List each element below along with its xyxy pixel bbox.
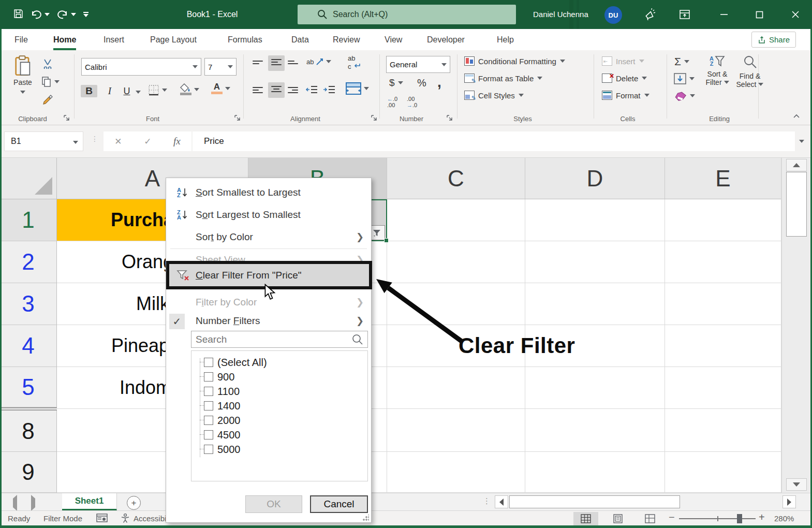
checkbox[interactable] <box>204 372 213 382</box>
menu-item-sort-largest[interactable]: ZA Sort Largest to Smallest <box>166 204 371 225</box>
align-top-button[interactable] <box>253 58 263 68</box>
percent-style-button[interactable]: % <box>417 77 426 89</box>
filter-value-2000[interactable]: 2000 <box>191 413 367 428</box>
view-page-break-button[interactable] <box>638 512 662 525</box>
checkbox[interactable] <box>204 358 213 367</box>
row-header-8[interactable]: 8 <box>0 410 57 452</box>
filter-value-1400[interactable]: 1400 <box>191 399 367 413</box>
view-page-layout-button[interactable] <box>606 512 630 525</box>
number-dialog-launcher-icon[interactable] <box>446 114 453 121</box>
ribbon-display-options-icon[interactable] <box>673 0 697 29</box>
increase-indent-button[interactable] <box>323 84 335 95</box>
format-as-table-button[interactable]: ✎ Format as Table <box>464 74 542 83</box>
minimize-button[interactable] <box>712 0 736 29</box>
merge-center-button[interactable] <box>346 82 369 95</box>
row-header-1[interactable]: 1 <box>0 199 57 241</box>
find-select-button[interactable]: Find & Select <box>735 54 765 89</box>
maximize-button[interactable] <box>747 0 771 29</box>
undo-button[interactable] <box>31 9 50 20</box>
tab-view[interactable]: View <box>385 29 402 50</box>
font-name-combobox[interactable]: Calibri <box>81 58 201 76</box>
format-painter-icon[interactable] <box>42 95 54 108</box>
checkbox[interactable] <box>204 401 213 410</box>
tab-page-layout[interactable]: Page Layout <box>150 29 197 50</box>
cell-styles-button[interactable]: ✎ Cell Styles <box>464 91 524 100</box>
confirm-entry-icon[interactable]: ✓ <box>144 136 151 147</box>
comma-style-button[interactable]: , <box>437 74 441 91</box>
tab-insert[interactable]: Insert <box>104 29 124 50</box>
increase-decimal-button[interactable]: ←.0.00 <box>387 96 397 108</box>
clear-button[interactable] <box>674 91 695 101</box>
redo-button[interactable] <box>57 9 76 20</box>
decrease-decimal-button[interactable]: .00→.0 <box>407 96 417 108</box>
vertical-scrollbar[interactable] <box>781 158 812 493</box>
align-center-button[interactable] <box>268 82 285 98</box>
formula-bar-splitter[interactable]: ⋮ <box>91 135 99 143</box>
tab-help[interactable]: Help <box>497 29 514 50</box>
formula-input[interactable]: Price <box>193 131 795 151</box>
decrease-indent-button[interactable] <box>305 84 318 95</box>
align-left-button[interactable] <box>253 85 263 97</box>
checkbox[interactable] <box>204 416 213 425</box>
font-dialog-launcher-icon[interactable] <box>234 114 241 121</box>
orientation-button[interactable]: ab <box>306 57 331 66</box>
align-bottom-button[interactable] <box>288 58 298 68</box>
expand-formula-bar-icon[interactable] <box>799 140 804 143</box>
tab-scroll-splitter[interactable]: ⋮ <box>483 496 491 506</box>
sort-filter-button[interactable]: AZ Sort & Filter <box>703 54 732 86</box>
clipboard-dialog-launcher-icon[interactable] <box>63 114 70 121</box>
borders-button[interactable] <box>148 84 167 96</box>
copy-button[interactable] <box>41 76 60 87</box>
checkbox[interactable] <box>204 445 213 454</box>
selection-fill-handle[interactable] <box>384 238 389 243</box>
tab-data[interactable]: Data <box>291 29 309 50</box>
delete-cells-button[interactable]: ✕ Delete <box>602 74 647 83</box>
column-header-d[interactable]: D <box>525 158 665 199</box>
prev-sheet-icon[interactable] <box>13 498 17 508</box>
tab-review[interactable]: Review <box>333 29 360 50</box>
scroll-right-button[interactable] <box>783 495 796 508</box>
underline-button[interactable]: U <box>119 83 135 99</box>
paste-button[interactable]: Paste <box>8 55 37 96</box>
feedback-megaphone-icon[interactable] <box>638 0 661 29</box>
font-color-button[interactable]: A <box>211 82 230 94</box>
alignment-dialog-launcher-icon[interactable] <box>371 114 378 121</box>
scroll-up-button[interactable] <box>786 159 807 171</box>
tab-developer[interactable]: Developer <box>427 29 465 50</box>
sheet-tab-sheet1[interactable]: Sheet1 <box>62 493 117 511</box>
cut-icon[interactable] <box>42 58 53 71</box>
wrap-text-button[interactable]: ab c <box>348 55 361 71</box>
checkbox[interactable] <box>204 430 213 439</box>
select-all-corner[interactable] <box>0 158 57 199</box>
italic-button[interactable]: I <box>102 83 117 99</box>
cancel-button[interactable]: Cancel <box>310 495 368 513</box>
collapse-ribbon-icon[interactable] <box>793 111 800 121</box>
checkbox[interactable] <box>204 387 213 396</box>
tab-home[interactable]: Home <box>53 29 76 50</box>
row-header-3[interactable]: 3 <box>0 283 57 325</box>
format-cells-button[interactable]: Format <box>602 91 649 100</box>
cancel-entry-icon[interactable]: ✕ <box>114 136 122 147</box>
close-button[interactable] <box>784 0 807 29</box>
filter-value-4500[interactable]: 4500 <box>191 428 367 442</box>
column-header-e[interactable]: E <box>665 158 781 199</box>
zoom-out-button[interactable]: − <box>669 510 675 525</box>
name-box[interactable]: B1 <box>4 131 83 151</box>
share-button[interactable]: Share <box>751 32 796 48</box>
align-middle-button[interactable] <box>268 55 285 71</box>
menu-resize-grip[interactable] <box>363 515 369 521</box>
row-header-9[interactable]: 9 <box>0 452 57 493</box>
filter-value-1100[interactable]: 1100 <box>191 384 367 399</box>
vertical-scroll-thumb[interactable] <box>786 172 807 237</box>
menu-item-sort-smallest[interactable]: AZ Sort Smallest to Largest <box>166 182 371 203</box>
zoom-slider-thumb[interactable] <box>737 514 742 523</box>
search-box[interactable]: Search (Alt+Q) <box>298 5 516 24</box>
redo-dropdown-icon[interactable] <box>71 13 76 16</box>
autosum-button[interactable]: Σ <box>674 55 689 68</box>
avatar[interactable]: DU <box>604 6 622 24</box>
accounting-format-button[interactable]: $ <box>389 77 403 89</box>
zoom-in-button[interactable]: + <box>759 510 765 525</box>
zoom-level[interactable]: 280% <box>774 511 794 526</box>
scroll-down-button[interactable] <box>786 478 807 491</box>
filter-search-input[interactable] <box>191 331 368 348</box>
